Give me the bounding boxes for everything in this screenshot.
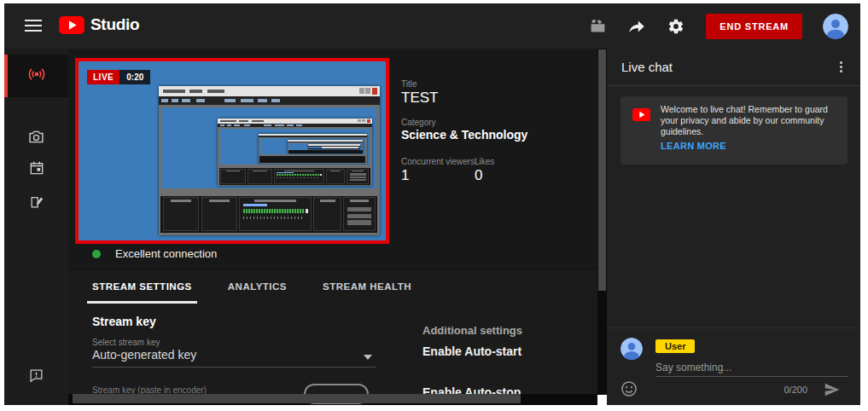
main-content: LIVE 0:20 Title TEST Category Science & … [68, 49, 597, 405]
camera-icon [27, 128, 45, 149]
live-chat-panel: Live chat Welcome to live chat! Remember… [607, 49, 860, 405]
connection-dot-icon [92, 250, 101, 258]
live-broadcast-icon [26, 64, 47, 88]
stream-key-dropdown-value: Auto-generated key [92, 348, 196, 362]
send-icon[interactable] [823, 380, 842, 399]
additional-settings-heading: Additional settings [422, 324, 522, 337]
chat-title: Live chat [621, 60, 673, 74]
connection-status: Excellent connection [92, 247, 217, 260]
youtube-studio-logo[interactable]: Studio [59, 15, 139, 34]
chat-input-area: User 0/200 [607, 327, 860, 405]
stream-key-heading: Stream key [92, 315, 156, 328]
tab-stream-settings[interactable]: STREAM SETTINGS [92, 269, 192, 304]
chat-header: Live chat [607, 49, 860, 86]
edit-icon [28, 194, 45, 214]
enable-auto-start-label: Enable Auto-start [422, 344, 521, 358]
viewers-count: 1 [401, 167, 409, 184]
select-stream-key-label: Select stream key [92, 338, 160, 347]
sidebar-item-manage[interactable] [4, 153, 68, 187]
app-title: Studio [90, 15, 139, 34]
share-icon[interactable] [627, 17, 646, 36]
stream-preview-video [79, 61, 386, 240]
emoji-icon[interactable] [620, 379, 638, 398]
elapsed-time: 0:20 [119, 70, 150, 84]
category-label: Category [401, 118, 436, 127]
film-icon[interactable] [588, 17, 607, 36]
vertical-scrollbar-thumb[interactable] [598, 49, 606, 291]
horizontal-scrollbar-thumb[interactable] [73, 394, 521, 403]
chat-welcome-card: Welcome to live chat! Remember to guard … [620, 96, 848, 165]
likes-count: 0 [475, 167, 482, 184]
chat-welcome-text: Welcome to live chat! Remember to guard … [661, 104, 842, 137]
title-label: Title [401, 79, 417, 89]
scrollbar-corner [597, 395, 607, 405]
live-badge: LIVE [87, 70, 119, 84]
stream-title: TEST [401, 90, 438, 107]
stream-key-dropdown[interactable]: Auto-generated key [92, 348, 376, 368]
stream-category: Science & Technology [401, 128, 527, 142]
youtube-logo-icon [59, 16, 84, 34]
sidebar-item-feedback[interactable] [4, 360, 68, 394]
username-badge: User [655, 339, 695, 353]
app-window: Studio END STREAM [4, 3, 860, 405]
sidebar-item-edit[interactable] [4, 187, 68, 221]
vertical-scrollbar[interactable] [597, 49, 607, 405]
chat-avatar [620, 338, 643, 360]
live-badges: LIVE 0:20 [87, 70, 150, 84]
settings-gear-icon[interactable] [667, 17, 685, 36]
feedback-icon [28, 368, 44, 387]
calendar-icon [28, 159, 45, 180]
chevron-down-icon [364, 355, 372, 360]
sidebar-item-webcam[interactable] [4, 121, 68, 155]
tab-analytics[interactable]: ANALYTICS [228, 269, 287, 304]
avatar[interactable] [823, 14, 848, 39]
char-counter: 0/200 [784, 385, 807, 395]
topbar-actions: END STREAM [588, 3, 848, 49]
youtube-icon [632, 108, 650, 121]
chat-message-input[interactable] [655, 358, 848, 377]
topbar: Studio END STREAM [4, 3, 860, 49]
sidebar [4, 49, 68, 405]
menu-icon[interactable] [25, 20, 42, 32]
end-stream-button[interactable]: END STREAM [706, 14, 802, 39]
stream-preview: LIVE 0:20 [75, 58, 389, 244]
tabs: STREAM SETTINGS ANALYTICS STREAM HEALTH [68, 269, 597, 304]
viewers-label: Concurrent viewers [401, 157, 475, 166]
horizontal-scrollbar[interactable] [68, 394, 597, 403]
stream-settings-panel: Stream key Select stream key Auto-genera… [68, 304, 597, 405]
learn-more-link[interactable]: LEARN MORE [661, 141, 726, 151]
connection-text: Excellent connection [115, 247, 217, 260]
likes-label: Likes [475, 157, 494, 166]
chat-menu-icon[interactable] [833, 60, 848, 75]
sidebar-item-stream[interactable] [4, 55, 68, 97]
tab-stream-health[interactable]: STREAM HEALTH [323, 269, 411, 304]
